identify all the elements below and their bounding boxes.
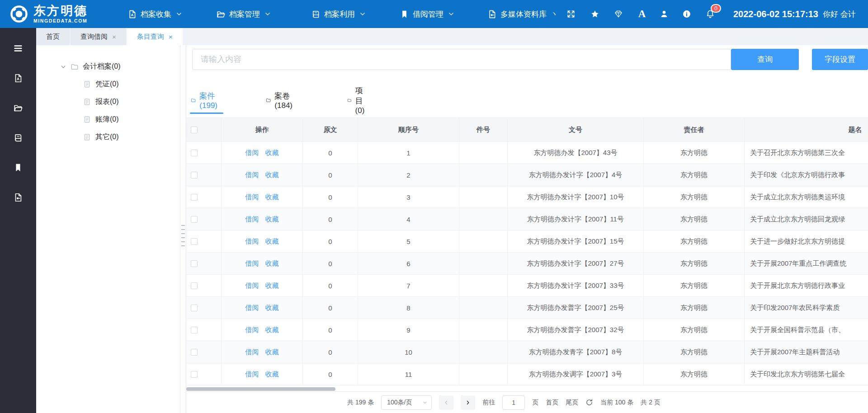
nav-item-manage[interactable]: 档案管理 xyxy=(216,0,271,28)
page-tab[interactable]: 条目查询× xyxy=(127,28,183,45)
tree-node-leaf[interactable]: 其它(0) xyxy=(36,128,180,146)
borrow-link[interactable]: 借阅 xyxy=(245,370,259,379)
folder-open-icon xyxy=(216,9,226,19)
row-checkbox[interactable] xyxy=(191,371,198,378)
favorite-link[interactable]: 收藏 xyxy=(265,282,279,290)
nav-item-use[interactable]: 档案利用 xyxy=(311,0,366,28)
search-input[interactable] xyxy=(192,49,731,70)
folder-open-icon[interactable] xyxy=(13,103,23,113)
video-file-icon[interactable] xyxy=(13,192,23,202)
next-page-button[interactable] xyxy=(461,395,475,410)
nav-item-media[interactable]: 多媒体资料库ヽ xyxy=(487,0,557,28)
book-icon[interactable] xyxy=(13,133,23,143)
brand: 东方明德 MINGDEDATA.COM xyxy=(9,0,88,28)
row-checkbox-cell xyxy=(186,297,222,319)
cell-actions: 借阅收藏 xyxy=(222,275,303,296)
row-checkbox[interactable] xyxy=(191,194,198,201)
tick-caret-icon: ヽ xyxy=(551,10,557,18)
nav-label: 借阅管理 xyxy=(413,9,443,19)
cell-item-no xyxy=(459,275,508,296)
hamburger-icon[interactable] xyxy=(13,43,23,53)
cell-original: 0 xyxy=(303,297,358,319)
table-row: 借阅收藏01东方明德办发【2007】43号东方明德关于召开北京东方明德第三次全 xyxy=(186,142,868,164)
favorite-link[interactable]: 收藏 xyxy=(265,370,279,379)
search-button[interactable]: 查询 xyxy=(731,49,799,70)
table-row: 借阅收藏03东方明德办发计字【2007】10号东方明德关于成立北京东方明德奥运环… xyxy=(186,186,868,208)
result-tab[interactable]: 案卷(184) xyxy=(266,88,296,113)
bell-icon[interactable]: 0 xyxy=(706,9,715,19)
borrow-link[interactable]: 借阅 xyxy=(245,304,259,312)
favorite-link[interactable]: 收藏 xyxy=(265,193,279,202)
row-checkbox[interactable] xyxy=(191,172,198,178)
cell-responsible: 东方明德 xyxy=(644,208,745,230)
horizontal-scrollbar[interactable] xyxy=(186,387,335,391)
borrow-link[interactable]: 借阅 xyxy=(245,149,259,157)
tree-node-leaf[interactable]: 凭证(0) xyxy=(36,75,180,93)
cell-doc-no: 东方明德办发【2007】43号 xyxy=(508,142,644,164)
tree-node-root[interactable]: 会计档案(0) xyxy=(36,58,180,75)
borrow-link[interactable]: 借阅 xyxy=(245,171,259,179)
sidebar xyxy=(0,28,36,413)
star-icon[interactable] xyxy=(590,9,599,19)
tree-node-leaf[interactable]: 账簿(0) xyxy=(36,111,180,128)
prev-page-button[interactable] xyxy=(439,395,453,410)
page-tab[interactable]: 查询借阅× xyxy=(71,28,126,45)
letter-a-icon[interactable]: A xyxy=(637,9,646,19)
cell-original: 0 xyxy=(303,341,358,363)
borrow-link[interactable]: 借阅 xyxy=(245,282,259,290)
info-icon[interactable] xyxy=(682,9,691,19)
select-all-checkbox[interactable] xyxy=(191,127,198,133)
favorite-link[interactable]: 收藏 xyxy=(265,348,279,357)
nav-item-borrow[interactable]: 借阅管理 xyxy=(400,0,454,28)
refresh-icon[interactable] xyxy=(585,399,593,406)
book-icon xyxy=(311,9,321,19)
cell-seq: 3 xyxy=(358,186,459,208)
page-number-input[interactable] xyxy=(502,395,525,410)
tree-node-leaf[interactable]: 报表(0) xyxy=(36,93,180,111)
borrow-link[interactable]: 借阅 xyxy=(245,326,259,334)
chevron-left-icon xyxy=(443,399,449,406)
last-page-button[interactable]: 尾页 xyxy=(566,399,578,407)
cell-title: 关于成立北京东方明德奥运环境 xyxy=(745,186,868,208)
cell-original: 0 xyxy=(303,363,358,385)
close-icon[interactable]: × xyxy=(169,33,173,40)
row-checkbox[interactable] xyxy=(191,327,198,333)
result-tab[interactable]: 项目(0) xyxy=(347,88,368,113)
close-icon[interactable]: × xyxy=(112,33,116,40)
first-page-button[interactable]: 首页 xyxy=(546,399,558,407)
row-checkbox[interactable] xyxy=(191,260,198,267)
favorite-link[interactable]: 收藏 xyxy=(265,304,279,312)
row-checkbox[interactable] xyxy=(191,238,198,245)
gem-icon[interactable] xyxy=(614,9,623,19)
field-settings-button[interactable]: 字段设置 xyxy=(812,49,868,70)
borrow-link[interactable]: 借阅 xyxy=(245,348,259,357)
bookmark-icon[interactable] xyxy=(13,163,23,173)
row-checkbox[interactable] xyxy=(191,216,198,223)
page-tab[interactable]: 首页 xyxy=(36,28,70,45)
borrow-link[interactable]: 借阅 xyxy=(245,193,259,202)
panel-splitter[interactable] xyxy=(180,45,186,413)
user-icon[interactable] xyxy=(660,9,669,19)
cell-actions: 借阅收藏 xyxy=(222,230,303,252)
folder-icon xyxy=(347,96,352,104)
favorite-link[interactable]: 收藏 xyxy=(265,171,279,179)
page-tab-label: 首页 xyxy=(46,33,60,41)
borrow-link[interactable]: 借阅 xyxy=(245,259,259,268)
favorite-link[interactable]: 收藏 xyxy=(265,259,279,268)
favorite-link[interactable]: 收藏 xyxy=(265,215,279,224)
expand-icon[interactable] xyxy=(566,9,576,19)
result-tab[interactable]: 案件(199) xyxy=(191,88,221,113)
favorite-link[interactable]: 收藏 xyxy=(265,237,279,246)
row-checkbox[interactable] xyxy=(191,150,198,156)
current-count: 当前 100 条 xyxy=(600,399,633,407)
borrow-link[interactable]: 借阅 xyxy=(245,215,259,224)
page-size-select[interactable]: 100条/页 xyxy=(381,395,432,410)
row-checkbox[interactable] xyxy=(191,305,198,311)
file-pdf-icon[interactable] xyxy=(13,73,23,83)
row-checkbox[interactable] xyxy=(191,282,198,289)
borrow-link[interactable]: 借阅 xyxy=(245,237,259,246)
nav-item-collect[interactable]: 档案收集 xyxy=(127,0,182,28)
row-checkbox[interactable] xyxy=(191,349,198,356)
favorite-link[interactable]: 收藏 xyxy=(265,149,279,157)
favorite-link[interactable]: 收藏 xyxy=(265,326,279,334)
